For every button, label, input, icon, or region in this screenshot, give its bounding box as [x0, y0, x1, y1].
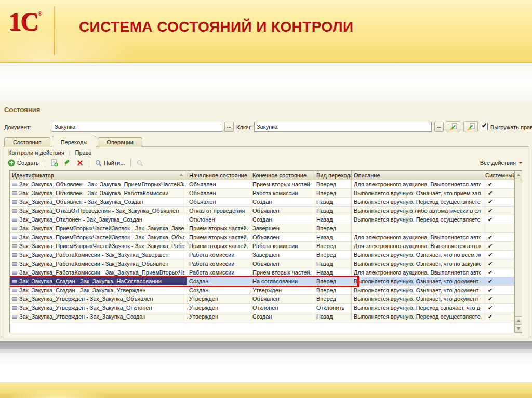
cell-from[interactable]: Прием вторых частей...: [187, 233, 250, 242]
cell-from[interactable]: Утвержден: [187, 304, 250, 312]
cell-kind[interactable]: Назад: [314, 259, 352, 268]
cell-system[interactable]: ✔: [483, 207, 514, 215]
cell-id[interactable]: Зак_Закупка_ПриемВторыхЧастейЗаявок - За…: [10, 242, 187, 251]
cell-system[interactable]: ✔: [483, 242, 514, 251]
create-button[interactable]: Создать: [6, 158, 41, 168]
cell-kind[interactable]: Назад: [314, 207, 352, 215]
cell-id[interactable]: Зак_Закупка_ПриемВторыхЧастейЗаявок - За…: [10, 224, 187, 233]
table-row[interactable]: Зак_Закупка_Утвержден - Зак_Закупка_Объя…: [10, 295, 514, 304]
cell-desc[interactable]: Выполняется вручную. Означает, что докум…: [352, 277, 483, 286]
column-header-system[interactable]: Системный: [483, 171, 514, 180]
cell-desc[interactable]: Выполняется вручную. Означает, что докум…: [352, 286, 483, 295]
cell-desc[interactable]: Выполняется вручную. Переход осуществляе…: [352, 198, 483, 207]
table-row[interactable]: Зак_Закупка_РаботаКомиссии - Зак_Закупка…: [10, 251, 514, 259]
column-header-start-state[interactable]: Начальное состояние: [187, 171, 250, 180]
column-header-description[interactable]: Описание: [352, 171, 483, 180]
cell-kind[interactable]: Вперед: [314, 251, 352, 259]
table-row[interactable]: Зак_Закупка_Объявлен - Зак_Закупка_Созда…: [10, 198, 514, 207]
cancel-find-button[interactable]: [135, 159, 145, 168]
cell-desc[interactable]: Для электронного аукциона. Выполняется а…: [352, 242, 483, 251]
cell-desc[interactable]: Выполняется вручную. Означает, что прием…: [352, 189, 483, 198]
cell-from[interactable]: Работа комиссии: [187, 251, 250, 259]
cell-kind[interactable]: Вперед: [314, 224, 352, 233]
table-row[interactable]: Зак_Закупка_РаботаКомиссии - Зак_Закупка…: [10, 259, 514, 268]
cell-id[interactable]: Зак_Закупка_Объявлен - Зак_Закупка_Созда…: [10, 198, 187, 207]
all-actions-button[interactable]: Все действия: [480, 160, 523, 166]
find-button[interactable]: Найти...: [94, 159, 127, 168]
cell-from[interactable]: Работа комиссии: [187, 268, 250, 277]
cell-kind[interactable]: Отклонить: [314, 304, 352, 312]
cell-desc[interactable]: Выполняется вручную. Означает, что докум…: [352, 295, 483, 304]
table-row[interactable]: Зак_Закупка_Создан - Зак_Закупка_НаСогла…: [10, 277, 514, 286]
subtab-rights[interactable]: Права: [75, 149, 91, 156]
cell-system[interactable]: ✔: [483, 295, 514, 304]
key-input[interactable]: Закупка: [254, 122, 432, 132]
cell-id[interactable]: Зак_Закупка_Утвержден - Зак_Закупка_Объя…: [10, 295, 187, 304]
scroll-down-button[interactable]: [515, 324, 522, 333]
tab-transitions[interactable]: Переходы: [52, 136, 97, 147]
cell-from[interactable]: Создан: [187, 286, 250, 295]
cell-to[interactable]: Создан: [250, 312, 314, 321]
cell-id[interactable]: Зак_Закупка_РаботаКомиссии - Зак_Закупка…: [10, 251, 187, 259]
cell-to[interactable]: Работа комиссии: [250, 242, 314, 251]
cell-to[interactable]: Создан: [250, 215, 314, 224]
cell-desc[interactable]: [352, 224, 483, 233]
table-row[interactable]: Зак_Закупка_Объявлен - Зак_Закупка_Прием…: [10, 180, 514, 189]
cell-desc[interactable]: Выполняется вручную. Переход означает, ч…: [352, 304, 483, 312]
export-rights-checkbox[interactable]: ✔: [481, 123, 488, 130]
cell-system[interactable]: ✔: [483, 198, 514, 207]
cell-from[interactable]: Утвержден: [187, 312, 250, 321]
table-row[interactable]: Зак_Закупка_Объявлен - Зак_Закупка_Работ…: [10, 189, 514, 198]
cell-desc[interactable]: Выполняется вручную либо автоматически в…: [352, 207, 483, 215]
cell-to[interactable]: Объявлен: [250, 295, 314, 304]
cell-desc[interactable]: Для электронного аукциона. Ввыполняется …: [352, 268, 483, 277]
copy-button[interactable]: [49, 158, 60, 168]
cell-to[interactable]: Объявлен: [250, 259, 314, 268]
cell-to[interactable]: Утвержден: [250, 286, 314, 295]
cell-kind[interactable]: Назад: [314, 233, 352, 242]
cell-kind[interactable]: Вперед: [314, 277, 352, 286]
cell-kind[interactable]: Вперед: [314, 189, 352, 198]
cell-id[interactable]: Зак_Закупка_ПриемВторыхЧастейЗаявок - За…: [10, 233, 187, 242]
cell-kind[interactable]: Вперед: [314, 180, 352, 189]
cell-system[interactable]: ✔: [483, 312, 514, 321]
cell-from[interactable]: Объявлен: [187, 180, 250, 189]
cell-kind[interactable]: Назад: [314, 198, 352, 207]
table-row[interactable]: Зак_Закупка_Создан - Зак_Закупка_Утвержд…: [10, 286, 514, 295]
cell-system[interactable]: ✔: [483, 286, 514, 295]
cell-from[interactable]: Отклонен: [187, 215, 250, 224]
cell-from[interactable]: Объявлен: [187, 189, 250, 198]
cell-desc[interactable]: Выполняется вручную. Означает, что по за…: [352, 259, 483, 268]
cell-kind[interactable]: Назад: [314, 215, 352, 224]
cell-from[interactable]: Работа комиссии: [187, 259, 250, 268]
table-row[interactable]: Зак_Закупка_ПриемВторыхЧастейЗаявок - За…: [10, 224, 514, 233]
cell-id[interactable]: Зак_Закупка_Объявлен - Зак_Закупка_Прием…: [10, 180, 187, 189]
cell-id[interactable]: Зак_Закупка_Объявлен - Зак_Закупка_Работ…: [10, 189, 187, 198]
cell-kind[interactable]: Назад: [314, 312, 352, 321]
cell-to[interactable]: Объявлен: [250, 207, 314, 215]
cell-id[interactable]: Зак_Закупка_Создан - Зак_Закупка_Утвержд…: [10, 286, 187, 295]
cell-kind[interactable]: Назад: [314, 268, 352, 277]
cell-to[interactable]: Завершен: [250, 224, 314, 233]
table-row[interactable]: Зак_Закупка_РаботаКомиссии - Зак_Закупка…: [10, 268, 514, 277]
table-row[interactable]: Зак_Закупка_Утвержден - Зак_Закупка_Откл…: [10, 304, 514, 312]
cell-desc[interactable]: Для электронного аукциона. Ввыполняется …: [352, 233, 483, 242]
cell-system[interactable]: ✔: [483, 268, 514, 277]
cell-system[interactable]: ✔: [483, 259, 514, 268]
vertical-scrollbar[interactable]: [514, 171, 522, 333]
document-browse-button[interactable]: ...: [224, 122, 234, 132]
table-row[interactable]: Зак_Закупка_ПриемВторыхЧастейЗаявок - За…: [10, 242, 514, 251]
table-row[interactable]: Зак_Закупка_Утвержден - Зак_Закупка_Созд…: [10, 312, 514, 321]
subtab-controls-and-actions[interactable]: Контроли и действия: [8, 149, 64, 156]
cell-from[interactable]: Создан: [187, 277, 250, 286]
cell-from[interactable]: Прием вторых частей...: [187, 224, 250, 233]
delete-button[interactable]: [75, 159, 85, 167]
scroll-up-button[interactable]: [515, 171, 522, 179]
cell-from[interactable]: Отказ от проведения: [187, 207, 250, 215]
export-states-button[interactable]: [446, 121, 460, 132]
cell-system[interactable]: [483, 224, 514, 233]
cell-system[interactable]: ✔: [483, 251, 514, 259]
cell-from[interactable]: Утвержден: [187, 295, 250, 304]
cell-to[interactable]: Объявлен: [250, 233, 314, 242]
column-header-transition-kind[interactable]: Вид перехода: [314, 171, 352, 180]
